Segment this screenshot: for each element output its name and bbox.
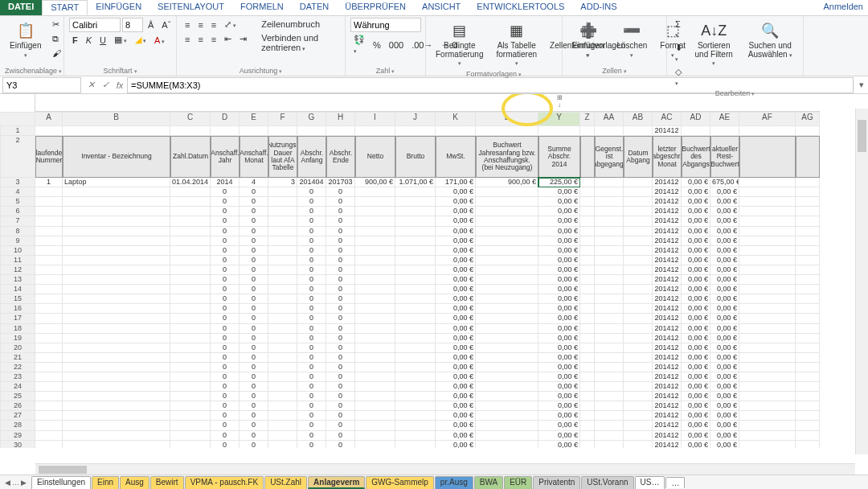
- cell[interactable]: [595, 401, 624, 411]
- cell[interactable]: [624, 382, 653, 392]
- cell[interactable]: 0: [240, 363, 268, 372]
- cell[interactable]: 0: [240, 197, 268, 207]
- cell[interactable]: [796, 392, 820, 401]
- cell[interactable]: [268, 411, 297, 421]
- cell[interactable]: [268, 372, 297, 382]
- cell[interactable]: [739, 363, 796, 372]
- cell[interactable]: 0,00 €: [436, 411, 476, 421]
- cell[interactable]: [63, 343, 170, 353]
- cell[interactable]: [355, 324, 395, 334]
- cell[interactable]: [580, 178, 595, 187]
- cell[interactable]: 0,00 €: [682, 421, 710, 430]
- cell[interactable]: 0,00 €: [682, 227, 710, 236]
- find-select-button[interactable]: 🔍Suchen und Auswählen: [742, 18, 798, 60]
- sheet-tab[interactable]: Privatentn: [533, 476, 580, 489]
- cell[interactable]: 0,00 €: [436, 363, 476, 372]
- row-header[interactable]: 11: [0, 256, 35, 265]
- cell[interactable]: [624, 178, 653, 187]
- cell[interactable]: [739, 431, 796, 441]
- cell[interactable]: [710, 126, 739, 136]
- cell[interactable]: 0: [240, 265, 268, 275]
- cell[interactable]: [624, 275, 653, 285]
- cell[interactable]: [739, 275, 796, 285]
- cell[interactable]: 0,00 €: [436, 343, 476, 353]
- cell[interactable]: [739, 246, 796, 256]
- cell[interactable]: [796, 372, 820, 382]
- cell[interactable]: 0: [211, 216, 240, 226]
- cell[interactable]: [739, 343, 796, 353]
- cell[interactable]: [595, 372, 624, 382]
- cell[interactable]: [170, 343, 211, 353]
- cell[interactable]: [624, 401, 653, 411]
- cell[interactable]: 0: [211, 187, 240, 197]
- cell[interactable]: 201412: [653, 343, 682, 353]
- cell[interactable]: 2014: [211, 178, 240, 187]
- merge-center-button[interactable]: Verbinden und zentrieren: [258, 31, 340, 54]
- cell[interactable]: [624, 197, 653, 207]
- cell[interactable]: [580, 324, 595, 334]
- cell[interactable]: [595, 216, 624, 226]
- cell[interactable]: [355, 236, 395, 246]
- column-header[interactable]: A: [35, 112, 63, 126]
- row-header[interactable]: 5: [0, 197, 35, 207]
- cell[interactable]: [63, 334, 170, 343]
- row-header[interactable]: 22: [0, 363, 35, 372]
- cell[interactable]: [595, 126, 624, 136]
- row-header[interactable]: 24: [0, 382, 35, 392]
- cell[interactable]: 0: [297, 216, 326, 226]
- cell[interactable]: 0,00 €: [538, 334, 580, 343]
- cell[interactable]: [624, 431, 653, 441]
- cell[interactable]: [268, 334, 297, 343]
- cell[interactable]: 0,00 €: [538, 392, 580, 401]
- cell[interactable]: [63, 401, 170, 411]
- cell[interactable]: [476, 392, 538, 401]
- cell[interactable]: [170, 126, 211, 136]
- cell[interactable]: 0,00 €: [710, 216, 739, 226]
- cell[interactable]: [595, 441, 624, 448]
- cell[interactable]: 0: [326, 431, 355, 441]
- cell[interactable]: 0,00 €: [538, 343, 580, 353]
- cell[interactable]: 0,00 €: [436, 324, 476, 334]
- row-header[interactable]: 25: [0, 392, 35, 401]
- sheet-tab[interactable]: EÜR: [504, 476, 532, 489]
- cell[interactable]: 0,00 €: [538, 363, 580, 372]
- cell[interactable]: [796, 126, 820, 136]
- tab-addins[interactable]: ADD-INS: [572, 0, 624, 15]
- cell[interactable]: 0,00 €: [682, 285, 710, 294]
- cell[interactable]: 0,00 €: [682, 343, 710, 353]
- cell[interactable]: 0,00 €: [538, 236, 580, 246]
- cell[interactable]: [739, 227, 796, 236]
- cell[interactable]: 0,00 €: [436, 187, 476, 197]
- cell[interactable]: [476, 187, 538, 197]
- cell[interactable]: 201412: [653, 246, 682, 256]
- cell[interactable]: 0,00 €: [436, 314, 476, 323]
- cell[interactable]: [355, 275, 395, 285]
- cell[interactable]: 0: [326, 392, 355, 401]
- cell[interactable]: Laptop: [63, 178, 170, 187]
- fill-color-button[interactable]: ◢: [132, 33, 149, 47]
- cell[interactable]: [476, 363, 538, 372]
- cell[interactable]: 0: [211, 294, 240, 304]
- cell[interactable]: 0: [211, 441, 240, 448]
- cell[interactable]: 0: [240, 227, 268, 236]
- cell[interactable]: [355, 441, 395, 448]
- column-header[interactable]: AC: [653, 112, 682, 126]
- cell[interactable]: 0: [240, 392, 268, 401]
- cell[interactable]: [624, 304, 653, 314]
- cell[interactable]: [624, 187, 653, 197]
- cell[interactable]: 0,00 €: [682, 382, 710, 392]
- tab-review[interactable]: ÜBERPRÜFEN: [337, 0, 414, 15]
- indent-inc-button[interactable]: ⇥: [236, 32, 250, 46]
- cell[interactable]: 0,00 €: [682, 246, 710, 256]
- currency-button[interactable]: 💱: [350, 33, 368, 56]
- cell[interactable]: [63, 314, 170, 323]
- cell[interactable]: 0,00 €: [538, 314, 580, 323]
- row-header[interactable]: 3: [0, 178, 35, 187]
- cell[interactable]: [63, 421, 170, 430]
- cell[interactable]: [355, 314, 395, 323]
- cell[interactable]: [796, 294, 820, 304]
- cell[interactable]: [595, 246, 624, 256]
- cell[interactable]: 0: [211, 256, 240, 265]
- sheet-tab[interactable]: Einn: [92, 476, 119, 489]
- cell[interactable]: [355, 256, 395, 265]
